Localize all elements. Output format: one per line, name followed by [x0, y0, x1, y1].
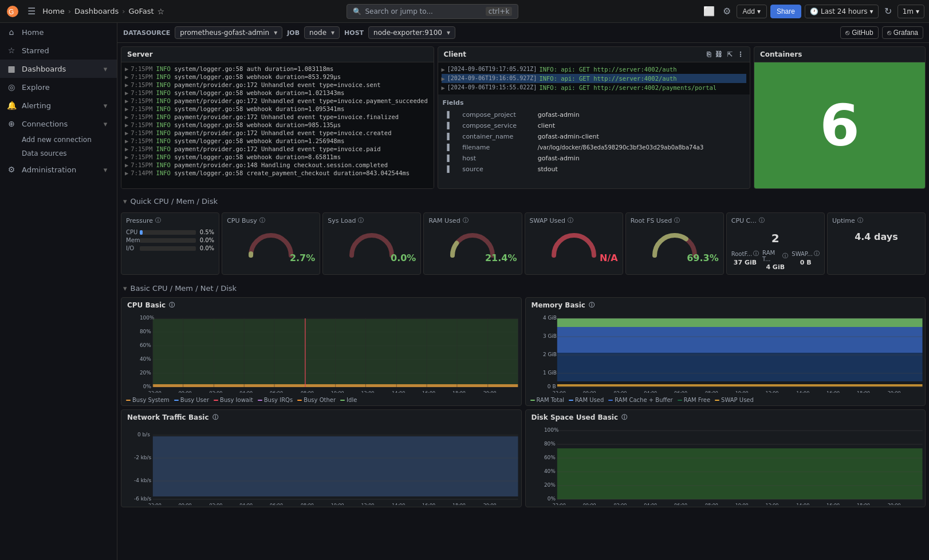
- uptime-info-icon[interactable]: ⓘ: [857, 216, 863, 224]
- favorite-icon[interactable]: ☆: [158, 7, 165, 16]
- sidebar-item-home[interactable]: ⌂ Home: [0, 23, 117, 41]
- sys-load-info-icon[interactable]: ⓘ: [358, 216, 364, 224]
- bar-chart-icon: ▌: [447, 122, 452, 129]
- svg-text:2 GiB: 2 GiB: [542, 352, 556, 357]
- main-content: Datasource prometheus-gofast-admin ▾ Job…: [117, 23, 929, 560]
- admin-collapse-icon[interactable]: ▾: [101, 165, 110, 174]
- time-range-picker[interactable]: 🕐 Last 24 hours ▾: [805, 5, 879, 18]
- sidebar-item-starred[interactable]: ☆ Starred: [0, 41, 117, 60]
- add-button[interactable]: Add ▾: [737, 5, 767, 18]
- pressure-metric: Pressure ⓘ CPU 0.5% Mem: [121, 212, 219, 275]
- cpu-busy-gauge: 2.7%: [227, 227, 315, 263]
- root-fs-title: Root FS Used ⓘ: [631, 216, 719, 224]
- search-box[interactable]: 🔍 Search or jump to... ctrl+k: [347, 4, 518, 19]
- connections-collapse-icon[interactable]: ▾: [101, 119, 110, 128]
- share-panel-icon[interactable]: ⇱: [727, 50, 733, 58]
- swap-used-value: N/A: [600, 253, 618, 263]
- sidebar-item-explore[interactable]: ◎ Explore: [0, 78, 117, 96]
- cpu-count-info-icon[interactable]: ⓘ: [759, 216, 765, 224]
- sidebar-item-alerting[interactable]: 🔔 Alerting ▾: [0, 96, 117, 115]
- network-chart-label: Network Traffic Basic: [127, 413, 209, 421]
- svg-text:G: G: [9, 8, 14, 16]
- pressure-io-row: I/O 0.0%: [126, 245, 214, 251]
- field-row: ▌ container_name gofast-admin-client: [444, 132, 745, 141]
- sidebar-item-alerting-label: Alerting: [22, 101, 51, 110]
- svg-text:1 GiB: 1 GiB: [542, 370, 556, 376]
- memory-info-icon[interactable]: ⓘ: [589, 301, 595, 309]
- root-fs-metric: Root FS Used ⓘ 69.3%: [625, 212, 724, 275]
- share-button[interactable]: Share: [770, 5, 801, 18]
- refresh-icon-btn[interactable]: ↻: [882, 3, 894, 19]
- network-info-icon[interactable]: ⓘ: [212, 413, 218, 421]
- more-icon[interactable]: ⋮: [737, 50, 744, 58]
- swap-sub-info-icon[interactable]: ⓘ: [814, 250, 820, 258]
- sidebar-item-starred-label: Starred: [22, 46, 49, 55]
- alerting-collapse-icon[interactable]: ▾: [101, 101, 110, 110]
- network-chart-title: Network Traffic Basic ⓘ: [121, 410, 521, 425]
- cpu-busy-title: CPU Busy ⓘ: [227, 216, 315, 224]
- sidebar-sub-add-connection[interactable]: Add new connection: [0, 133, 117, 147]
- svg-text:0 B: 0 B: [547, 384, 556, 389]
- sidebar-sub-data-sources[interactable]: Data sources: [0, 147, 117, 160]
- legend-swap-used: SWAP Used: [715, 397, 754, 403]
- log-line: ▶7:15PM INFO system/logger.go:58 webhook…: [125, 89, 430, 97]
- breadcrumb: Home › Dashboards › GoFast ☆: [42, 7, 164, 16]
- rootfs-info-icon[interactable]: ⓘ: [753, 250, 759, 258]
- svg-text:14:00: 14:00: [796, 503, 809, 505]
- svg-text:06:00: 06:00: [674, 503, 687, 505]
- dashboards-collapse-icon[interactable]: ▾: [101, 64, 110, 73]
- pressure-io-value: 0.0%: [198, 245, 214, 251]
- sidebar-toggle[interactable]: ☰: [25, 3, 38, 19]
- cpu-busy-info-icon[interactable]: ⓘ: [259, 216, 265, 224]
- swap-used-info-icon[interactable]: ⓘ: [568, 216, 573, 224]
- breadcrumb-dashboards[interactable]: Dashboards: [74, 7, 119, 15]
- link-icon[interactable]: ⛓: [715, 50, 722, 58]
- svg-rect-95: [557, 448, 922, 499]
- sidebar-item-dashboards[interactable]: ▦ Dashboards ▾: [0, 60, 117, 78]
- sidebar-item-home-label: Home: [22, 28, 44, 37]
- sidebar-item-administration[interactable]: ⚙ Administration ▾: [0, 160, 117, 179]
- pressure-info-icon[interactable]: ⓘ: [155, 216, 161, 224]
- svg-rect-72: [153, 436, 518, 496]
- legend-busy-irqs: Busy IRQs: [258, 397, 293, 403]
- server-log-content[interactable]: ▶7:15PM INFO system/logger.go:58 auth du…: [121, 62, 434, 188]
- job-select[interactable]: node ▾: [304, 26, 340, 39]
- svg-rect-49: [557, 353, 922, 381]
- search-placeholder: Search or jump to...: [365, 7, 432, 15]
- ram-total-info-icon[interactable]: ⓘ: [782, 252, 788, 260]
- pressure-bars: CPU 0.5% Mem 0.0%: [126, 229, 214, 253]
- bar-chart-icon: ▌: [447, 155, 452, 162]
- github-button[interactable]: ⎋ GitHub: [840, 26, 878, 39]
- host-select[interactable]: node-exporter:9100 ▾: [368, 26, 455, 39]
- svg-text:0 b/s: 0 b/s: [137, 432, 150, 437]
- disk-chart-body: 100% 80% 60% 40% 20% 0%: [526, 425, 926, 507]
- settings-icon-btn[interactable]: ⚙: [721, 3, 733, 19]
- grafana-button[interactable]: ⎋ Grafana: [882, 26, 923, 39]
- cpu-basic-info-icon[interactable]: ⓘ: [169, 301, 175, 309]
- svg-text:14:00: 14:00: [392, 391, 405, 393]
- cpu-chart-body: 100% 80% 60% 40% 20% 0%: [121, 313, 521, 405]
- sidebar-item-connections[interactable]: ⊕ Connections ▾: [0, 115, 117, 133]
- copy-icon[interactable]: ⎘: [707, 50, 711, 58]
- quick-section-arrow: ▾: [123, 197, 127, 206]
- field-row: ▌ host gofast-admin: [444, 153, 745, 163]
- datasource-select[interactable]: prometheus-gofast-admin ▾: [175, 26, 282, 39]
- memory-chart-body: 4 GiB 3 GiB 2 GiB 1 GiB 0 B: [526, 313, 926, 405]
- ram-used-info-icon[interactable]: ⓘ: [463, 216, 469, 224]
- svg-text:08:00: 08:00: [301, 391, 314, 393]
- refresh-interval[interactable]: 1m ▾: [897, 5, 924, 18]
- client-content: ▶ [2024-09-06T19:17:05.921Z] INFO: api: …: [438, 62, 750, 188]
- disk-info-icon[interactable]: ⓘ: [621, 413, 627, 421]
- sys-load-gauge: 0.0%: [328, 227, 416, 263]
- fields-title: Fields: [443, 99, 746, 107]
- breadcrumb-home[interactable]: Home: [42, 7, 64, 15]
- share-dashboard-icon-btn[interactable]: ⬜: [701, 3, 717, 19]
- svg-text:60%: 60%: [140, 342, 151, 348]
- client-log: ▶ [2024-09-06T19:17:05.921Z] INFO: api: …: [438, 62, 750, 94]
- network-chart: Network Traffic Basic ⓘ 0 b/s -2 kb/s -4…: [121, 409, 522, 507]
- root-fs-info-icon[interactable]: ⓘ: [674, 216, 680, 224]
- ram-used-value: 21.4%: [485, 253, 517, 263]
- memory-basic-chart: Memory Basic ⓘ 4 GiB 3 GiB 2 GiB 1 GiB 0…: [525, 297, 926, 406]
- ram-used-metric: RAM Used ⓘ 21.4%: [423, 212, 522, 275]
- memory-basic-title: Memory Basic ⓘ: [526, 298, 926, 313]
